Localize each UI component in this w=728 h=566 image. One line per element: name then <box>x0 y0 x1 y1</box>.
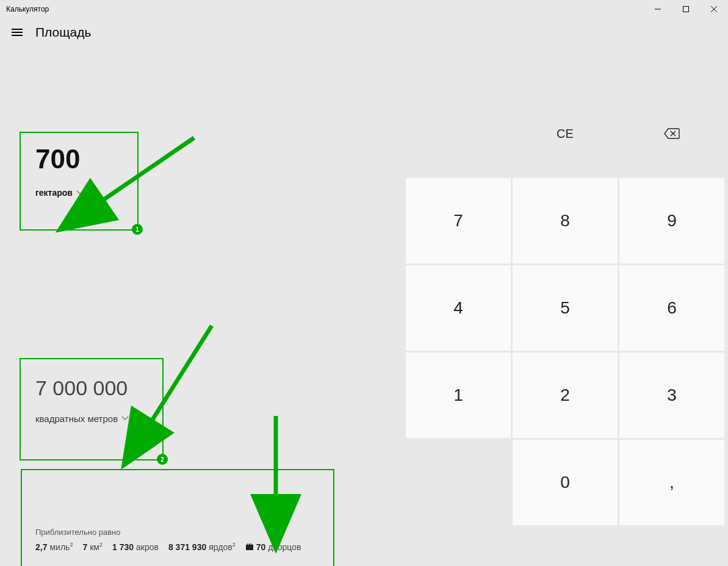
input-unit-selector[interactable]: гектаров <box>21 174 137 198</box>
approx-block: Приблизительно равно 2,7 миль2 7 км2 1 7… <box>21 469 334 566</box>
approx-item: 2,7 миль2 <box>35 542 73 552</box>
approx-item: 8 371 930 ярдов2 <box>168 542 236 552</box>
maximize-button[interactable] <box>672 0 700 18</box>
key-5[interactable]: 5 <box>513 265 618 351</box>
input-unit-label: гектаров <box>35 188 73 198</box>
annotation-badge-1: 1 <box>132 224 143 235</box>
output-block[interactable]: 7 000 000 квадратных метров 2 <box>20 358 164 460</box>
backspace-icon <box>664 124 680 143</box>
key-7[interactable]: 7 <box>406 178 511 263</box>
castle-icon <box>245 542 254 550</box>
window-controls <box>644 0 728 18</box>
header: Площадь <box>0 18 728 46</box>
ce-button[interactable]: CE <box>513 91 618 176</box>
approx-item: 1 730 акров <box>112 542 159 552</box>
key-3[interactable]: 3 <box>619 353 724 438</box>
key-0[interactable]: 0 <box>513 440 618 525</box>
close-button[interactable] <box>700 0 728 18</box>
key-4[interactable]: 4 <box>406 265 511 351</box>
chevron-down-icon <box>76 190 84 196</box>
keypad-panel: CE 7 8 9 4 5 6 1 2 3 0 , <box>389 46 728 566</box>
key-8[interactable]: 8 <box>513 178 618 263</box>
key-1[interactable]: 1 <box>406 353 511 438</box>
backspace-button[interactable] <box>619 91 724 176</box>
approx-item: 7 км2 <box>82 542 103 552</box>
key-9[interactable]: 9 <box>619 178 724 263</box>
titlebar: Калькулятор <box>0 0 728 18</box>
svg-rect-1 <box>683 7 689 12</box>
minimize-button[interactable] <box>644 0 672 18</box>
key-2[interactable]: 2 <box>513 353 618 438</box>
output-unit-label: квадратных метров <box>35 414 118 424</box>
key-6[interactable]: 6 <box>619 265 724 351</box>
key-empty <box>406 440 511 525</box>
input-block[interactable]: 700 гектаров 1 <box>20 132 139 231</box>
key-comma[interactable]: , <box>619 440 724 525</box>
menu-button[interactable] <box>5 20 29 45</box>
approx-title: Приблизительно равно <box>35 528 320 537</box>
hamburger-icon <box>12 29 23 36</box>
output-unit-selector[interactable]: квадратных метров <box>21 400 162 424</box>
input-value[interactable]: 700 <box>21 133 137 174</box>
approx-row: 2,7 миль2 7 км2 1 730 акров 8 371 930 яр… <box>35 542 320 552</box>
window-title: Калькулятор <box>6 5 49 13</box>
annotation-badge-2: 2 <box>157 454 168 465</box>
conversion-panel: 700 гектаров 1 7 000 000 квадратных метр… <box>0 46 389 566</box>
approx-item: 70 дворцов <box>245 542 301 552</box>
chevron-down-icon <box>121 415 129 422</box>
mode-title: Площадь <box>35 25 91 40</box>
output-value[interactable]: 7 000 000 <box>21 359 162 400</box>
